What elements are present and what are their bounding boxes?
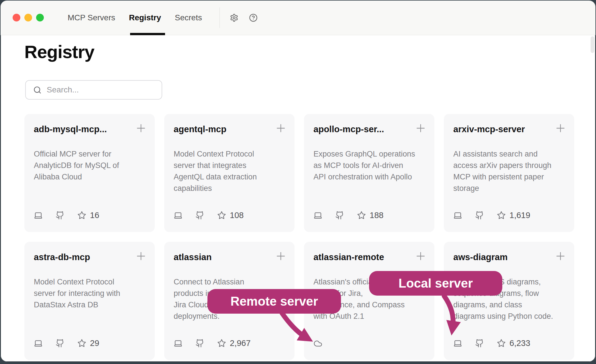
server-name: adb-mysql-mcp... xyxy=(34,124,132,134)
remote-server-badge: Remote server xyxy=(207,289,341,314)
plus-icon[interactable] xyxy=(414,122,427,134)
star-count: 108 xyxy=(230,211,244,220)
laptop-icon xyxy=(174,211,183,220)
star-count: 6,233 xyxy=(509,339,530,348)
laptop-icon xyxy=(453,211,462,220)
server-name: atlassian xyxy=(174,252,272,262)
star-count: 1,619 xyxy=(509,211,530,220)
star-icon xyxy=(357,211,366,220)
server-description: Exposes GraphQL operationsas MCP tools f… xyxy=(313,148,429,183)
zoom-button[interactable] xyxy=(36,14,44,21)
server-description: Model Context Protocolserver that integr… xyxy=(174,148,289,194)
star-count: 29 xyxy=(90,339,99,348)
github-icon[interactable] xyxy=(56,339,64,348)
plus-icon[interactable] xyxy=(135,250,147,262)
server-name: arxiv-mcp-server xyxy=(453,124,551,134)
card-footer: 2,967 xyxy=(174,339,251,348)
github-icon[interactable] xyxy=(335,211,344,220)
cloud-icon xyxy=(313,339,322,348)
server-card-adb-mysql[interactable]: adb-mysql-mcp... Official MCP server for… xyxy=(24,114,155,232)
search-input[interactable] xyxy=(46,85,156,95)
laptop-icon xyxy=(453,339,462,348)
server-name: aws-diagram xyxy=(453,252,551,262)
plus-icon[interactable] xyxy=(135,122,147,134)
server-description: AI assistants search andaccess arXiv pap… xyxy=(453,148,568,194)
help-icon[interactable] xyxy=(249,13,258,22)
card-footer: 1,619 xyxy=(453,211,530,220)
laptop-icon xyxy=(174,339,183,348)
server-card-apollo[interactable]: apollo-mcp-ser... Exposes GraphQL operat… xyxy=(304,114,434,232)
active-tab-indicator xyxy=(130,33,165,35)
title-bar: MCP Servers Registry Secrets xyxy=(1,1,595,35)
page-title: Registry xyxy=(24,41,94,62)
close-button[interactable] xyxy=(13,14,20,21)
star-icon xyxy=(217,339,226,348)
server-name: astra-db-mcp xyxy=(34,252,132,262)
star-icon xyxy=(77,211,86,220)
plus-icon[interactable] xyxy=(275,250,287,262)
tab-secrets[interactable]: Secrets xyxy=(175,13,202,22)
star-icon xyxy=(77,339,86,348)
gear-icon[interactable] xyxy=(230,13,238,22)
laptop-icon xyxy=(34,339,43,348)
server-card-agentql[interactable]: agentql-mcp Model Context Protocolserver… xyxy=(164,114,295,232)
scrollbar-thumb[interactable] xyxy=(591,36,594,53)
server-name: apollo-mcp-ser... xyxy=(313,124,411,134)
card-footer xyxy=(313,339,322,348)
server-card-astra-db[interactable]: astra-db-mcp Model Context Protocolserve… xyxy=(24,242,155,360)
github-icon[interactable] xyxy=(475,211,484,220)
github-icon[interactable] xyxy=(56,211,64,220)
search-box[interactable] xyxy=(25,80,162,100)
github-icon[interactable] xyxy=(475,339,484,348)
github-icon[interactable] xyxy=(195,211,204,220)
main-tabs: MCP Servers Registry Secrets xyxy=(68,1,202,35)
plus-icon[interactable] xyxy=(554,122,567,134)
plus-icon[interactable] xyxy=(554,250,567,262)
search-icon xyxy=(33,86,42,94)
plus-icon[interactable] xyxy=(275,122,287,134)
app-window: MCP Servers Registry Secrets Registry ad… xyxy=(1,1,595,362)
server-description: Model Context Protocolserver for interac… xyxy=(34,276,149,310)
star-count: 16 xyxy=(90,211,99,220)
minimize-button[interactable] xyxy=(24,14,32,21)
laptop-icon xyxy=(34,211,43,220)
toolbar-divider xyxy=(219,7,220,28)
star-icon xyxy=(497,211,506,220)
server-name: agentql-mcp xyxy=(174,124,272,134)
card-footer: 6,233 xyxy=(453,339,530,348)
card-footer: 29 xyxy=(34,339,99,348)
traffic-lights xyxy=(13,14,44,21)
laptop-icon xyxy=(313,211,322,220)
card-footer: 188 xyxy=(313,211,383,220)
server-card-arxiv[interactable]: arxiv-mcp-server AI assistants search an… xyxy=(444,114,574,232)
local-server-badge: Local server xyxy=(369,271,502,296)
registry-grid: adb-mysql-mcp... Official MCP server for… xyxy=(24,114,574,360)
tab-mcp-servers[interactable]: MCP Servers xyxy=(68,13,115,22)
star-icon xyxy=(497,339,506,348)
server-card-aws-diagram[interactable]: aws-diagram Generate AWS diagrams,sequen… xyxy=(444,242,574,360)
card-footer: 108 xyxy=(174,211,244,220)
server-name: atlassian-remote xyxy=(313,252,411,262)
screen: MCP Servers Registry Secrets Registry ad… xyxy=(0,0,596,364)
star-icon xyxy=(217,211,226,220)
server-description: Official MCP server forAnalyticDB for My… xyxy=(34,148,149,183)
github-icon[interactable] xyxy=(195,339,204,348)
tab-registry[interactable]: Registry xyxy=(129,13,161,22)
star-count: 2,967 xyxy=(230,339,251,348)
star-count: 188 xyxy=(370,211,383,220)
card-footer: 16 xyxy=(34,211,99,220)
plus-icon[interactable] xyxy=(414,250,427,262)
